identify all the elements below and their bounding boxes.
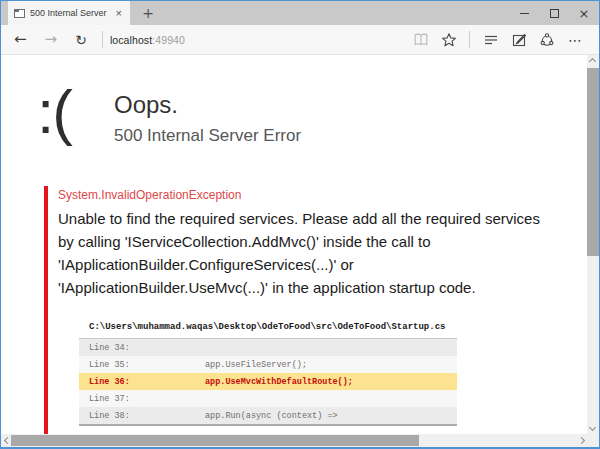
- exception-section: System.InvalidOperationException Unable …: [44, 186, 541, 434]
- line-code: app.Run(async (context) =>: [205, 411, 338, 421]
- minimize-icon: [520, 13, 529, 14]
- chevron-left-icon: [4, 437, 11, 444]
- chevron-right-icon: [578, 437, 585, 444]
- address-bar[interactable]: localhost:49940: [110, 34, 185, 46]
- file-path: C:\Users\muhammad.waqas\Desktop\OdeToFoo…: [79, 316, 457, 338]
- star-icon: [441, 32, 457, 48]
- book-icon: [413, 32, 429, 48]
- sad-face-emoticon: :(: [37, 81, 71, 143]
- refresh-button[interactable]: ↻: [66, 33, 96, 47]
- web-note-button[interactable]: [505, 32, 533, 48]
- close-button[interactable]: ×: [569, 1, 599, 25]
- error-subtitle: 500 Internal Server Error: [114, 127, 301, 146]
- tab-title: 500 Internal Server Error: [30, 8, 109, 18]
- vertical-scrollbar-thumb[interactable]: [587, 68, 599, 256]
- page-title: Oops.: [114, 92, 301, 118]
- scroll-right-arrow[interactable]: [579, 438, 584, 443]
- vertical-scrollbar[interactable]: [587, 55, 599, 434]
- more-dots-icon: ⋯: [568, 33, 582, 47]
- horizontal-scrollbar-thumb[interactable]: [11, 435, 419, 446]
- web-note-pen-icon: [511, 32, 527, 48]
- code-line: Line 37:: [79, 390, 457, 407]
- share-button[interactable]: [533, 32, 561, 48]
- scroll-up-arrow[interactable]: [590, 59, 595, 64]
- chevron-down-icon: [589, 424, 596, 431]
- code-line: Line 35: app.UseFileServer();: [79, 356, 457, 373]
- hub-button[interactable]: [477, 32, 505, 48]
- browser-tab[interactable]: 500 Internal Server Error ×: [8, 1, 130, 25]
- reading-view-button[interactable]: [407, 32, 435, 48]
- browser-window: 500 Internal Server Error × + × ← → ↻ lo…: [0, 0, 600, 449]
- favorites-button[interactable]: [435, 32, 463, 48]
- line-label: Line 36:: [89, 377, 205, 387]
- code-snippet: C:\Users\muhammad.waqas\Desktop\OdeToFoo…: [79, 316, 457, 426]
- scroll-left-arrow[interactable]: [5, 438, 10, 443]
- toolbar-divider: [469, 31, 470, 48]
- window-controls: ×: [509, 1, 599, 25]
- hero-block: Oops. 500 Internal Server Error: [114, 92, 301, 146]
- maximize-button[interactable]: [539, 1, 569, 25]
- address-divider: [102, 31, 103, 48]
- code-line: Line 38: app.Run(async (context) =>: [79, 407, 457, 424]
- exception-type: System.InvalidOperationException: [58, 188, 541, 202]
- horizontal-scrollbar[interactable]: [1, 434, 599, 447]
- page-content: :( Oops. 500 Internal Server Error Syste…: [1, 55, 599, 434]
- line-label: Line 35:: [89, 360, 205, 370]
- navigation-bar: ← → ↻ localhost:49940: [1, 25, 599, 55]
- line-label: Line 38:: [89, 411, 205, 421]
- chevron-up-icon: [589, 58, 596, 65]
- maximize-icon: [550, 9, 559, 18]
- code-lines: Line 34: Line 35: app.UseFileServer(); L…: [79, 338, 457, 426]
- more-actions-button[interactable]: ⋯: [561, 33, 589, 47]
- tab-close-icon[interactable]: ×: [114, 7, 124, 20]
- url-host: localhost: [110, 34, 152, 46]
- exception-message: Unable to find the required services. Pl…: [58, 207, 548, 299]
- share-icon: [539, 32, 555, 48]
- hub-lines-icon: [483, 32, 499, 48]
- new-tab-button[interactable]: +: [130, 1, 166, 25]
- back-button[interactable]: ←: [5, 32, 36, 47]
- titlebar: 500 Internal Server Error × + ×: [1, 1, 599, 25]
- code-line: Line 34:: [79, 339, 457, 356]
- page-icon: [14, 9, 25, 18]
- line-label: Line 37:: [89, 394, 205, 404]
- forward-button[interactable]: →: [36, 32, 67, 47]
- url-port: :49940: [152, 34, 185, 46]
- line-code: app.UseFileServer();: [205, 360, 307, 370]
- scroll-down-arrow[interactable]: [590, 425, 595, 430]
- line-label: Line 34:: [89, 343, 205, 353]
- toolbar-right: ⋯: [407, 31, 589, 48]
- code-line-highlighted: Line 36: app.UseMvcWithDefaultRoute();: [79, 373, 457, 390]
- close-icon: ×: [579, 7, 590, 20]
- minimize-button[interactable]: [509, 1, 539, 25]
- line-code: app.UseMvcWithDefaultRoute();: [205, 377, 353, 387]
